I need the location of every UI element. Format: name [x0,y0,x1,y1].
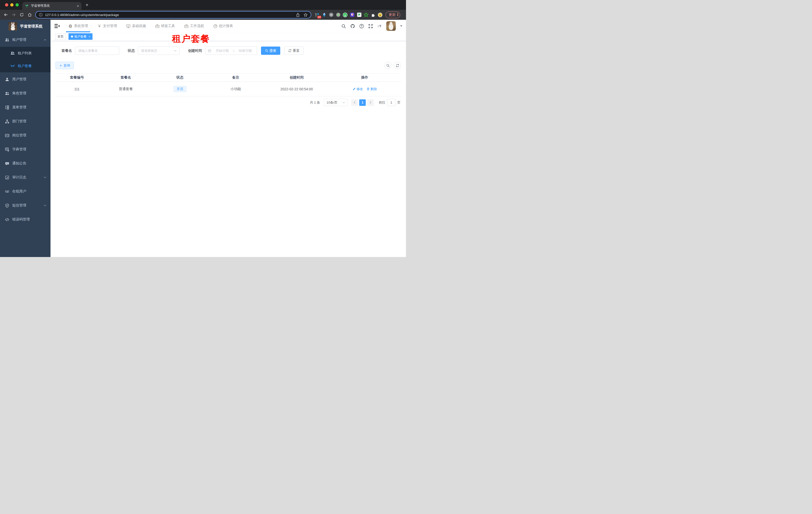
new-tab-button[interactable]: + [86,2,88,8]
start-date-placeholder[interactable]: 开始日期 [213,49,231,53]
sidebar-item-notice[interactable]: 通知公告 [0,156,51,170]
app-navbar: 系统管理 ¥ 支付管理 基础设施 研发工具 [51,20,406,32]
status-label: 状态 [128,49,135,53]
minimize-window-button[interactable] [10,3,13,6]
search-button[interactable]: 搜索 [261,47,280,55]
bookmark-star-icon[interactable] [303,13,308,17]
tag-tenant-package[interactable]: 租户套餐 × [68,33,92,40]
extension-chat-icon[interactable] [357,12,361,17]
forward-icon[interactable] [11,12,16,17]
sidebar-item-tenant-list[interactable]: 租户列表 [0,47,51,59]
tag-home[interactable]: 首页 [55,33,66,40]
sidebar-item-tenant-management[interactable]: 租户管理 [0,33,51,47]
extension-puzzle-icon[interactable] [371,12,376,17]
sidebar-item-menu-management[interactable]: 菜单管理 [0,100,51,114]
page-number-1[interactable]: 1 [359,99,366,106]
delete-link-label: 删除 [371,87,377,91]
sidebar-item-error-code[interactable]: 错误码管理 [0,213,51,226]
avatar-caret-down-icon[interactable] [400,25,403,27]
dashboard-icon [213,24,218,28]
tag-close-icon[interactable]: × [88,35,90,38]
sidebar-item-audit-log[interactable]: 审计日志 [0,170,51,184]
chevron-left-icon [353,101,356,104]
pagination-goto: 前往 页 [379,99,401,106]
sidebar-item-dept-management[interactable]: 部门管理 [0,114,51,128]
sidebar-item-label: 菜单管理 [12,105,26,110]
tab-close-icon[interactable]: × [77,4,79,8]
main-area: 系统管理 ¥ 支付管理 基础设施 研发工具 [51,20,406,257]
prev-page-button[interactable] [351,99,358,106]
extension-green-star-icon[interactable] [364,12,369,17]
page-size-select[interactable]: 10条/页 [324,99,348,106]
extension-record-icon[interactable] [336,12,341,17]
tab-workflow[interactable]: 工作流程 [183,20,205,32]
sidebar: 芋道管理系统 租户管理 租户列表 租户套餐 [0,20,51,257]
tab-system-management[interactable]: 系统管理 [67,20,89,32]
extension-kite-icon[interactable] [322,12,326,17]
refresh-table-button[interactable] [394,62,401,69]
sidebar-logo[interactable]: 芋道管理系统 [0,20,51,33]
top-nav-label: 支付管理 [103,24,117,28]
logo-rabbit-image [8,22,17,30]
sidebar-item-sms-management[interactable]: 短信管理 [0,198,51,213]
date-range-separator: - [233,49,234,53]
goto-label: 前往 [379,100,385,105]
tab-infrastructure[interactable]: 基础设施 [125,20,147,32]
hamburger-collapse-icon[interactable] [55,24,59,28]
add-button[interactable]: 新增 [56,62,74,69]
extension-y-green-icon[interactable]: y [343,12,348,17]
status-select[interactable]: 请选择状态 [138,47,179,55]
package-name-input[interactable] [75,47,119,55]
help-icon[interactable] [359,24,364,29]
url-text[interactable]: 127.0.0.1:48080/admin-ui/system/tenant/p… [45,13,292,17]
tab-dev-tools[interactable]: 研发工具 [154,20,176,32]
extension-emoji-icon[interactable] [378,12,382,17]
goto-page-input[interactable] [387,99,396,106]
browser-update-button[interactable]: 更新 ••• [385,11,400,18]
tag-label: 租户套餐 [75,34,87,39]
sidebar-item-online-users[interactable]: 在线用户 [0,184,51,198]
home-icon[interactable] [28,12,32,17]
share-icon[interactable] [296,13,300,17]
search-form: 套餐名 状态 请选择状态 创建时间 开始日期 - 结束日期 [56,47,401,55]
edit-link[interactable]: 修改 [352,87,363,91]
search-icon[interactable] [341,24,346,29]
extension-command-icon[interactable]: ⌘ [329,12,334,17]
sidebar-item-post-management[interactable]: 岗位管理 [0,128,51,142]
browser-menu-kebab-icon[interactable]: ••• [397,13,399,17]
toggle-search-button[interactable] [384,62,392,69]
avatar[interactable]: 0:30 [386,21,396,31]
back-icon[interactable] [3,12,8,17]
site-info-icon[interactable] [39,13,43,17]
reload-icon[interactable] [20,12,24,17]
fullscreen-icon[interactable] [368,24,373,29]
app-frame: 芋道管理系统 租户管理 租户列表 租户套餐 [0,20,406,257]
sidebar-item-tenant-package[interactable]: 租户套餐 [0,59,51,72]
browser-tab[interactable]: 芋道管理系统 × [22,2,82,10]
font-size-icon[interactable]: TT [377,24,382,29]
search-icon [386,64,390,67]
sidebar-item-dict-management[interactable]: 字典管理 [0,142,51,156]
sidebar-item-role-management[interactable]: 角色管理 [0,86,51,100]
end-date-placeholder[interactable]: 结束日期 [236,49,254,53]
tab-payment-management[interactable]: ¥ 支付管理 [96,20,118,32]
next-page-button[interactable] [367,99,374,106]
cell-remark: 小功能 [206,87,265,91]
chevron-down-icon [44,204,47,207]
address-bar[interactable]: 127.0.0.1:48080/admin-ui/system/tenant/p… [35,11,311,19]
status-badge: 开启 [174,86,186,92]
maximize-window-button[interactable] [16,3,19,6]
tags-view: 首页 租户套餐 × [51,32,406,41]
table-header-row: 套餐编号 套餐名 状态 备注 创建时间 操作 [56,74,401,82]
sidebar-item-user-management[interactable]: 用户管理 [0,72,51,86]
github-icon[interactable] [350,24,355,29]
delete-link[interactable]: 删除 [367,87,377,91]
close-window-button[interactable] [5,3,8,6]
extension-shield-icon[interactable] [350,12,354,17]
reset-button[interactable]: 重置 [284,47,303,55]
window-controls[interactable] [5,3,19,6]
tab-report[interactable]: 统计报表 [212,20,234,32]
message-icon [5,161,9,166]
extension-grid-icon[interactable]: 10 [315,12,319,17]
date-range-picker[interactable]: 开始日期 - 结束日期 [205,47,257,55]
